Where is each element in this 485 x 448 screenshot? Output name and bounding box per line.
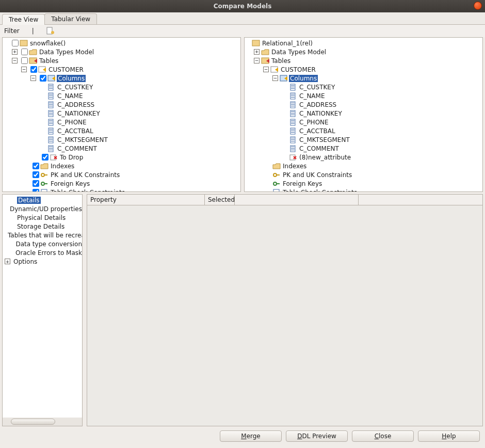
tree-node-label: Indexes <box>50 163 75 170</box>
checkbox[interactable] <box>21 57 28 64</box>
column-icon <box>47 145 55 152</box>
toolbar: Filter | <box>0 25 485 37</box>
column-icon <box>47 136 55 143</box>
checkbox[interactable] <box>12 40 19 46</box>
left-model-tree[interactable]: snowflake() +Data Types Model −Tables −C… <box>2 37 241 192</box>
model-icon <box>20 40 28 47</box>
column-icon <box>289 127 297 135</box>
svg-rect-26 <box>49 120 53 121</box>
collapse-icon[interactable]: − <box>21 67 27 72</box>
checkbox[interactable] <box>40 75 46 82</box>
folder-icon <box>29 49 37 56</box>
svg-rect-88 <box>276 174 280 175</box>
help-button[interactable]: Help <box>418 430 480 442</box>
svg-rect-90 <box>276 183 280 184</box>
checkbox[interactable] <box>42 154 48 161</box>
collapse-icon[interactable]: − <box>272 75 278 81</box>
checkbox[interactable] <box>33 180 39 187</box>
svg-rect-57 <box>291 88 295 89</box>
nav-details[interactable]: Details <box>3 196 82 204</box>
ddl-preview-button[interactable]: DDL Preview <box>286 430 348 442</box>
view-tabbar: Tree View Tabular View <box>0 12 485 25</box>
close-button[interactable]: Close <box>352 430 414 442</box>
column-header-spacer2[interactable] <box>359 195 482 205</box>
svg-rect-76 <box>291 131 295 131</box>
column-icon <box>47 127 55 135</box>
tree-node-label: C_MKTSEGMENT <box>298 136 351 143</box>
indexes-icon <box>272 163 281 170</box>
settings-nav[interactable]: Details Dynamic/UD properties Physical D… <box>2 194 83 426</box>
merge-button[interactable]: Merge <box>220 430 282 442</box>
tree-node-label: Tables <box>270 57 292 65</box>
tree-node-label: CUSTOMER <box>280 66 317 73</box>
column-header-spacer1[interactable] <box>235 195 359 205</box>
tab-tabular-view[interactable]: Tabular View <box>44 13 97 24</box>
svg-rect-69 <box>291 115 295 115</box>
svg-point-1 <box>51 31 54 34</box>
column-header-property[interactable]: Property <box>87 195 205 205</box>
tree-node-label: Foreign Keys <box>282 180 323 187</box>
expand-icon[interactable]: + <box>5 259 10 264</box>
checkbox[interactable] <box>30 66 37 73</box>
svg-rect-43 <box>44 174 47 175</box>
table-icon <box>38 66 46 73</box>
nav-data-type-conversion[interactable]: Data type conversion <box>3 239 82 248</box>
svg-rect-11 <box>49 87 53 87</box>
column-header-selected[interactable]: Selected <box>205 195 235 205</box>
nav-tables-recreated[interactable]: Tables that will be recreated <box>3 231 82 239</box>
svg-rect-22 <box>49 111 53 112</box>
tab-tree-view[interactable]: Tree View <box>2 14 45 25</box>
collapse-icon[interactable]: − <box>263 67 269 72</box>
svg-rect-67 <box>291 111 295 112</box>
svg-rect-14 <box>49 94 53 94</box>
nav-physical-details[interactable]: Physical Details <box>3 213 82 222</box>
tree-node-label: PK and UK Constraints <box>50 171 121 179</box>
tree-node-label: CUSTOMER <box>47 66 85 73</box>
filter-button[interactable]: Filter <box>4 27 20 35</box>
expand-icon[interactable]: + <box>12 49 18 55</box>
right-model-tree[interactable]: Relational_1(rel) +Data Types Model −Tab… <box>244 37 483 192</box>
svg-rect-84 <box>291 148 295 149</box>
tree-node-label: Foreign Keys <box>50 180 91 187</box>
collapse-icon[interactable]: − <box>12 58 18 63</box>
horizontal-scrollbar[interactable] <box>3 418 82 426</box>
svg-rect-61 <box>291 97 295 98</box>
nav-storage-details[interactable]: Storage Details <box>3 222 82 231</box>
folder-icon <box>261 49 269 56</box>
svg-rect-28 <box>49 123 53 124</box>
tree-node-label: C_ACCTBAL <box>298 127 336 135</box>
tables-icon <box>261 57 269 65</box>
collapse-icon[interactable]: − <box>254 58 260 63</box>
drop-icon <box>50 154 58 161</box>
window-title: Compare Models <box>214 3 272 10</box>
svg-rect-16 <box>49 97 53 98</box>
fk-icon <box>40 180 48 187</box>
properties-icon[interactable] <box>46 27 55 35</box>
checkbox[interactable] <box>33 189 39 192</box>
svg-rect-71 <box>291 120 295 121</box>
collapse-icon[interactable]: − <box>30 75 36 81</box>
svg-rect-20 <box>49 106 53 106</box>
svg-rect-55 <box>291 85 295 86</box>
tree-node-label: Relational_1(rel) <box>261 40 314 47</box>
tree-node-label: (8)new_attribute <box>298 154 352 161</box>
checkbox[interactable] <box>21 49 28 55</box>
tree-node-label: Columns <box>289 75 318 82</box>
svg-rect-73 <box>291 123 295 124</box>
svg-rect-27 <box>49 122 53 122</box>
new-attr-icon <box>289 154 297 161</box>
nav-dynamic-ud[interactable]: Dynamic/UD properties <box>3 204 82 213</box>
svg-rect-31 <box>49 131 53 131</box>
svg-rect-15 <box>49 95 53 96</box>
checkbox[interactable] <box>33 171 39 178</box>
column-icon <box>47 92 55 100</box>
key-icon <box>272 171 281 179</box>
column-icon <box>289 84 297 91</box>
nav-oracle-errors[interactable]: Oracle Errors to Mask <box>3 248 82 257</box>
close-icon[interactable] <box>474 2 482 10</box>
column-icon <box>47 110 55 117</box>
expand-icon[interactable]: + <box>254 49 260 55</box>
checkbox[interactable] <box>33 163 39 169</box>
nav-options[interactable]: +Options <box>3 257 82 266</box>
svg-rect-77 <box>291 132 295 133</box>
